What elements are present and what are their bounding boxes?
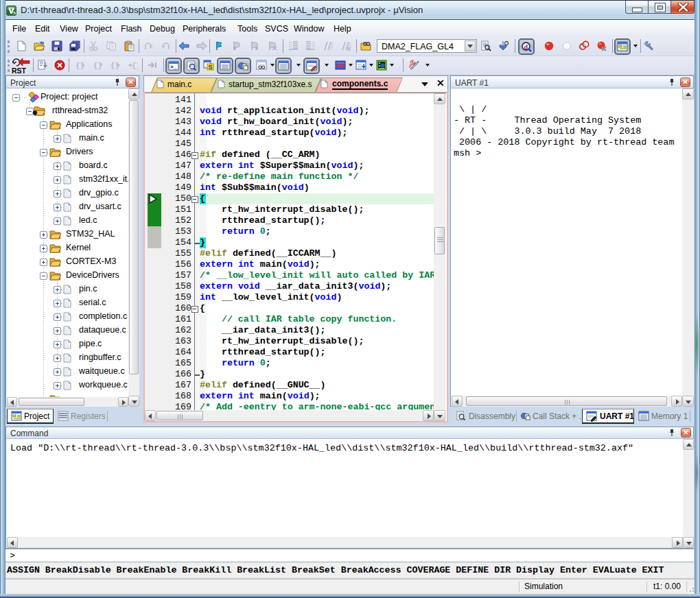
svg-text:d: d [524, 43, 528, 51]
svg-text:RST: RST [12, 67, 27, 75]
svg-text:S: S [209, 64, 213, 71]
svg-text:{}: {} [132, 62, 138, 70]
svg-text:>_: >_ [170, 64, 177, 70]
